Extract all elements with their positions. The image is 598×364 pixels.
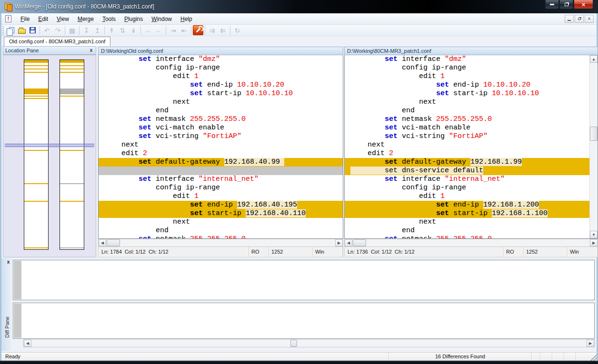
code-line[interactable]: config ip-range: [99, 64, 343, 72]
code-line[interactable]: end: [345, 226, 589, 235]
code-line[interactable]: set interface "dmz": [99, 55, 343, 64]
code-line[interactable]: edit 2: [345, 149, 589, 158]
save-button[interactable]: [27, 25, 38, 36]
code-line[interactable]: config ip-range: [345, 64, 589, 72]
code-line[interactable]: end: [99, 107, 343, 115]
code-line[interactable]: config ip-range: [345, 184, 589, 192]
refresh-button[interactable]: ↻: [232, 25, 243, 36]
diff-pane-scrollbar[interactable]: ◀ ▶: [23, 339, 595, 347]
code-line[interactable]: set netmask 255.255.255.0: [345, 235, 589, 238]
code-line[interactable]: edit 1: [99, 192, 343, 201]
restore-button[interactable]: [559, 0, 573, 9]
code-line[interactable]: edit 2: [99, 149, 343, 158]
code-line[interactable]: set default-gateway 192.168.1.99: [345, 158, 589, 167]
code-line[interactable]: set start-ip 192.168.40.110: [99, 209, 343, 218]
right-horizontal-scrollbar[interactable]: ◀ ▶: [344, 239, 598, 247]
code-line[interactable]: next: [99, 141, 343, 149]
location-bar-right[interactable]: [60, 59, 84, 250]
code-line[interactable]: set end-ip 192.168.40.195: [99, 201, 343, 209]
code-line[interactable]: edit 1: [345, 192, 589, 201]
rescan-button[interactable]: ▦: [67, 25, 78, 36]
left-horizontal-scrollbar[interactable]: ◀ ▶: [98, 239, 343, 247]
copy-all-left-button[interactable]: ⇇: [218, 25, 229, 36]
first-difference-button[interactable]: ↟: [106, 25, 117, 36]
copy-all-right-button[interactable]: ⇉: [207, 25, 218, 36]
current-difference-button[interactable]: ⇅: [117, 25, 128, 36]
right-vertical-scrollbar[interactable]: ▲ ▼: [589, 55, 598, 238]
code-line[interactable]: set start-ip 10.10.10.10: [345, 89, 589, 98]
menu-view[interactable]: View: [52, 14, 73, 24]
menu-merge[interactable]: Merge: [73, 14, 98, 24]
code-line[interactable]: [99, 167, 343, 175]
diff-pane-close-icon[interactable]: x: [5, 259, 11, 266]
scroll-up-icon[interactable]: ▲: [590, 55, 598, 63]
scroll-left-icon[interactable]: ◀: [24, 340, 31, 347]
code-line[interactable]: set interface "dmz": [345, 55, 589, 64]
code-line[interactable]: set interface "internal_net": [99, 175, 343, 184]
code-line[interactable]: set interface "internal_net": [345, 175, 589, 184]
code-line[interactable]: set vci-match enable: [99, 124, 343, 132]
code-line[interactable]: end: [99, 226, 343, 235]
open-button[interactable]: [16, 25, 27, 36]
next-difference-button[interactable]: ↧: [81, 25, 92, 36]
location-bar-left[interactable]: [24, 59, 49, 250]
document-icon[interactable]: !: [5, 15, 11, 22]
close-button[interactable]: ×: [574, 0, 593, 9]
code-line[interactable]: set end-ip 10.10.10.20: [99, 81, 343, 89]
vscroll-thumb[interactable]: [590, 127, 598, 141]
code-line[interactable]: set start-ip 10.10.10.10: [99, 89, 343, 98]
toolbar-grip[interactable]: [2, 26, 4, 35]
menu-plugins[interactable]: Plugins: [120, 14, 147, 24]
code-line[interactable]: set default-gateway 192.168.40.99: [99, 158, 343, 167]
left-code-area[interactable]: set interface "dmz" config ip-range edit…: [99, 55, 343, 238]
location-cursor-line[interactable]: [5, 144, 94, 147]
minimize-button[interactable]: [545, 0, 559, 9]
mdi-minimize-button[interactable]: [565, 15, 574, 23]
diff-pane-right-text[interactable]: [13, 303, 595, 339]
code-line[interactable]: next: [345, 98, 589, 107]
menu-tools[interactable]: Tools: [98, 14, 120, 24]
code-line[interactable]: set netmask 255.255.255.0: [345, 115, 589, 124]
code-line[interactable]: end: [345, 107, 589, 115]
copy-right-and-advance-button[interactable]: ⇥: [168, 25, 179, 36]
diff-pane-scroll-thumb[interactable]: [290, 340, 297, 347]
copy-left-and-advance-button[interactable]: ⇤: [179, 25, 189, 36]
copy-right-button[interactable]: →: [142, 25, 153, 36]
code-line[interactable]: set netmask 255.255.255.0: [99, 115, 343, 124]
copy-left-button[interactable]: ←: [153, 25, 164, 36]
code-line[interactable]: set start-ip 192.168.1.100: [345, 209, 589, 218]
redo-button[interactable]: ↷: [52, 25, 63, 36]
resize-grip[interactable]: [590, 353, 597, 361]
code-line[interactable]: edit 1: [99, 72, 343, 81]
code-line[interactable]: config ip-range: [99, 184, 343, 192]
right-code-area[interactable]: set interface "dmz" config ip-range edit…: [345, 55, 589, 238]
compare-tab[interactable]: Old config.conf - 80CM-MR3_patch1.conf: [4, 37, 110, 46]
undo-button[interactable]: ↶: [41, 25, 52, 36]
scroll-right-icon[interactable]: ▶: [590, 239, 598, 246]
diff-pane-left-text[interactable]: [13, 260, 595, 300]
scroll-down-icon[interactable]: ▼: [590, 231, 598, 238]
code-line[interactable]: set dns-service default: [345, 167, 589, 175]
left-hscroll-thumb[interactable]: [107, 239, 120, 246]
options-button[interactable]: [193, 25, 203, 35]
code-line[interactable]: edit 1: [345, 72, 589, 81]
code-line[interactable]: next: [345, 141, 589, 149]
code-line[interactable]: set netmask 255.255.255.0: [99, 235, 343, 238]
code-line[interactable]: set vci-string "FortiAP": [99, 132, 343, 141]
scroll-right-icon[interactable]: ▶: [587, 340, 594, 347]
code-line[interactable]: next: [345, 218, 589, 226]
code-line[interactable]: set end-ip 10.10.10.20: [345, 81, 589, 89]
new-file-button[interactable]: [5, 25, 16, 36]
scroll-right-icon[interactable]: ▶: [335, 239, 343, 246]
code-line[interactable]: set vci-string "FortiAP": [345, 132, 589, 141]
code-line[interactable]: set vci-match enable: [345, 124, 589, 132]
last-difference-button[interactable]: ↡: [128, 25, 139, 36]
code-line[interactable]: next: [99, 218, 343, 226]
menu-edit[interactable]: Edit: [34, 14, 52, 24]
previous-difference-button[interactable]: ↥: [92, 25, 103, 36]
menu-window[interactable]: Window: [147, 14, 176, 24]
menu-file[interactable]: File: [16, 14, 34, 24]
code-line[interactable]: set end-ip 192.168.1.200: [345, 201, 589, 209]
location-pane-close-icon[interactable]: x: [88, 48, 94, 54]
mdi-close-button[interactable]: ×: [585, 15, 594, 23]
